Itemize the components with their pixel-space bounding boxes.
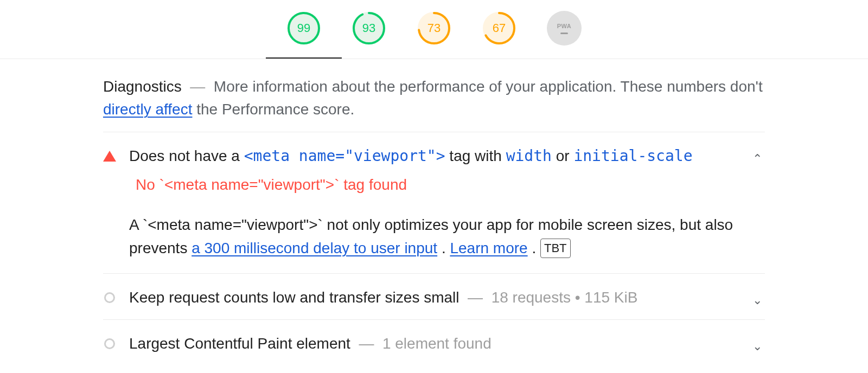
score-gauge-performance[interactable]: 99	[286, 11, 321, 46]
tbt-badge: TBT	[540, 239, 571, 258]
audit-desc-text: .	[532, 240, 540, 256]
chevron-up-icon[interactable]: ⌃	[750, 150, 765, 168]
triangle-error-icon	[103, 150, 116, 163]
diagnostics-link-directly-affect[interactable]: directly affect	[103, 101, 192, 118]
audit-viewport: Does not have a <meta name="viewport"> t…	[103, 132, 765, 274]
score-gauges: 99 93 73 67 PWA	[0, 0, 868, 59]
diagnostics-dash: —	[186, 78, 214, 95]
audit-lcp-detail: 1 element found	[382, 335, 492, 352]
audit-title-text: Does not have a	[129, 147, 244, 164]
audit-title-text: Keep request counts low and transfer siz…	[129, 289, 459, 306]
audit-title-text: Largest Contentful Paint element	[129, 335, 350, 352]
code-snippet: <meta name="viewport">	[244, 147, 445, 165]
audit-request-counts-detail: 18 requests • 115 KiB	[492, 289, 638, 306]
pwa-dash-icon	[560, 33, 568, 34]
circle-neutral-icon	[103, 337, 116, 350]
chevron-down-icon[interactable]: ⌄	[750, 337, 765, 356]
chevron-down-icon[interactable]: ⌄	[750, 291, 765, 310]
audit-viewport-description: A `<meta name="viewport">` not only opti…	[129, 197, 737, 263]
audit-dash: —	[359, 335, 374, 352]
audit-desc-text: .	[442, 240, 450, 256]
score-gauge-seo[interactable]: 67	[482, 11, 516, 46]
circle-neutral-icon	[103, 291, 116, 304]
code-snippet: width	[506, 147, 552, 165]
link-learn-more[interactable]: Learn more	[450, 240, 527, 256]
diagnostics-desc-after: the Performance score.	[196, 101, 354, 118]
score-gauge-pwa[interactable]: PWA	[547, 11, 582, 46]
audit-title-text: tag with	[449, 147, 506, 164]
score-value: 73	[417, 11, 451, 46]
link-300ms-delay[interactable]: a 300 millisecond delay to user input	[192, 240, 437, 256]
code-snippet: initial-scale	[573, 147, 692, 165]
score-value: 67	[482, 11, 516, 46]
audit-viewport-error: No `<meta name="viewport">` tag found	[129, 168, 737, 196]
audit-lcp-element: Largest Contentful Paint element — 1 ele…	[103, 320, 765, 365]
score-gauge-best-practices[interactable]: 73	[417, 11, 451, 46]
audit-dash: —	[468, 289, 483, 306]
diagnostics-title: Diagnostics	[103, 78, 182, 95]
audit-title-text: or	[556, 147, 574, 164]
audit-request-counts-title[interactable]: Keep request counts low and transfer siz…	[129, 286, 737, 309]
diagnostics-header: Diagnostics — More information about the…	[103, 75, 765, 132]
score-value: 99	[286, 11, 321, 46]
pwa-label: PWA	[557, 23, 572, 29]
diagnostics-section: Diagnostics — More information about the…	[103, 59, 765, 365]
audit-lcp-title[interactable]: Largest Contentful Paint element — 1 ele…	[129, 332, 737, 355]
score-gauge-accessibility[interactable]: 93	[352, 11, 386, 46]
audit-viewport-title[interactable]: Does not have a <meta name="viewport"> t…	[129, 144, 737, 168]
audit-request-counts: Keep request counts low and transfer siz…	[103, 274, 765, 320]
diagnostics-desc-before: More information about the performance o…	[214, 78, 763, 95]
score-value: 93	[352, 11, 386, 46]
